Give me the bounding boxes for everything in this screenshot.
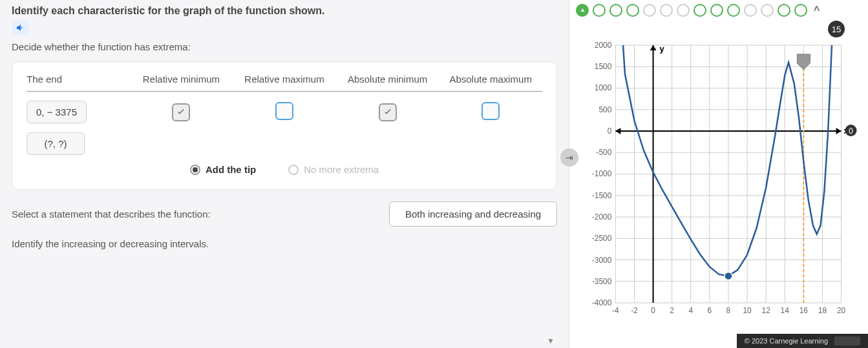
point-pill[interactable]: 0, − 3375 — [26, 101, 87, 123]
svg-text:0: 0 — [849, 127, 853, 136]
th-rel-min: Relative minimum — [130, 74, 233, 85]
progress-dot[interactable] — [643, 4, 656, 17]
svg-text:4: 4 — [688, 306, 693, 315]
progress-dot[interactable] — [693, 4, 706, 17]
checkbox-abs-min[interactable] — [379, 103, 397, 121]
svg-text:-500: -500 — [596, 148, 611, 157]
progress-dot[interactable] — [794, 4, 807, 17]
progress-dot[interactable] — [609, 4, 622, 17]
th-end: The end — [26, 74, 130, 85]
progress-dot[interactable] — [677, 4, 690, 17]
svg-text:8: 8 — [726, 306, 731, 315]
page-title: Identify each characteristic for the gra… — [12, 5, 557, 17]
svg-text:1500: 1500 — [595, 62, 612, 71]
svg-text:1000: 1000 — [595, 83, 612, 92]
table-header: The end Relative minimum Relative maximu… — [26, 74, 542, 92]
brand-logo-icon — [834, 336, 860, 345]
svg-marker-30 — [650, 45, 657, 50]
svg-text:-3500: -3500 — [592, 277, 612, 286]
th-rel-max: Relative maximum — [233, 74, 336, 85]
svg-rect-63 — [834, 336, 860, 345]
svg-text:2000: 2000 — [595, 41, 612, 50]
intervals-prompt: Identify the increasing or decreasing in… — [12, 238, 557, 249]
extrema-prompt: Decide whether the function has extrema: — [12, 41, 557, 52]
progress-dot[interactable] — [744, 4, 757, 17]
radio-add-tip[interactable]: Add the tip — [190, 164, 256, 175]
svg-text:-2000: -2000 — [592, 212, 612, 221]
svg-text:18: 18 — [818, 306, 827, 315]
radio-dot-icon — [288, 165, 299, 175]
svg-text:0: 0 — [651, 306, 655, 315]
th-abs-max: Absolute maximum — [439, 74, 542, 85]
checkbox-abs-max[interactable] — [482, 102, 500, 120]
table-row: 0, − 3375 — [26, 101, 542, 123]
radio-nomore-label: No more extrema — [304, 164, 379, 175]
svg-text:-4: -4 — [612, 306, 619, 315]
checkbox-rel-max[interactable] — [275, 102, 293, 120]
scroll-down-icon[interactable]: ▼ — [547, 336, 555, 345]
svg-text:2: 2 — [670, 306, 674, 315]
extrema-radio-row: Add the tip No more extrema — [26, 164, 542, 175]
radio-no-more: No more extrema — [288, 164, 379, 175]
svg-text:0: 0 — [608, 127, 612, 136]
svg-text:-1500: -1500 — [592, 191, 612, 200]
svg-text:10: 10 — [743, 306, 752, 315]
svg-text:14: 14 — [781, 306, 790, 315]
svg-marker-29 — [615, 128, 620, 134]
svg-text:500: 500 — [598, 105, 611, 114]
progress-dot[interactable] — [660, 4, 673, 17]
function-graph[interactable]: -4000-3500-3000-2500-2000-1500-1000-5000… — [576, 39, 862, 322]
progress-dot[interactable] — [593, 4, 606, 17]
progress-dot[interactable] — [761, 4, 774, 17]
extrema-card: The end Relative minimum Relative maximu… — [12, 61, 557, 190]
svg-point-60 — [725, 272, 732, 280]
table-row: (?, ?) — [26, 132, 542, 155]
collapse-icon[interactable]: ^ — [814, 5, 820, 16]
svg-text:-2500: -2500 — [592, 234, 612, 243]
statement-row: Select a statement that describes the fu… — [12, 201, 557, 227]
th-abs-min: Absolute minimum — [336, 74, 439, 85]
radio-dot-icon — [190, 165, 200, 175]
svg-text:16: 16 — [799, 306, 809, 315]
progress-dot[interactable] — [626, 4, 639, 17]
progress-dot[interactable] — [778, 4, 790, 17]
svg-text:20: 20 — [837, 306, 846, 315]
footer-text: © 2023 Carnegie Learning — [745, 337, 828, 345]
svg-text:-1000: -1000 — [592, 170, 612, 179]
svg-text:-2: -2 — [631, 306, 638, 315]
audio-icon[interactable] — [12, 21, 30, 35]
statement-prompt: Select a statement that describes the fu… — [12, 209, 211, 220]
svg-text:-3000: -3000 — [592, 256, 612, 265]
pending-point-pill[interactable]: (?, ?) — [26, 132, 85, 155]
svg-text:6: 6 — [708, 306, 712, 315]
footer-brand: © 2023 Carnegie Learning — [737, 334, 868, 348]
progress-dots: ^ — [569, 0, 868, 21]
svg-marker-28 — [836, 128, 842, 134]
progress-dot[interactable] — [727, 4, 740, 17]
progress-dot-current[interactable] — [576, 4, 589, 17]
checkbox-rel-min[interactable] — [172, 103, 190, 121]
progress-dot[interactable] — [710, 4, 723, 17]
question-number-badge: 15 — [828, 21, 845, 37]
statement-select[interactable]: Both increasing and decreasing — [389, 201, 557, 227]
radio-add-label: Add the tip — [206, 164, 256, 175]
svg-text:y: y — [660, 44, 665, 54]
svg-text:12: 12 — [762, 306, 771, 315]
svg-text:-4000: -4000 — [592, 298, 612, 307]
